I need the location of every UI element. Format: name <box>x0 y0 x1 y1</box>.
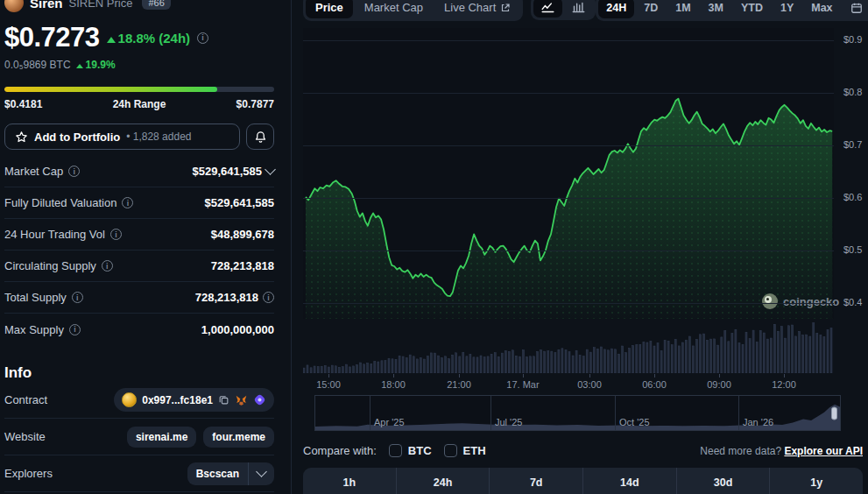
range-ytd[interactable]: YTD <box>733 0 771 18</box>
col-1y: 1y <box>770 468 863 494</box>
stat-label: Max Supply <box>4 323 64 336</box>
website-link-sirenai[interactable]: sirenai.me <box>127 427 196 448</box>
stat-label: 24 Hour Trading Vol <box>4 228 105 241</box>
info-icon[interactable]: i <box>197 32 208 44</box>
line-chart-toggle[interactable] <box>533 0 562 18</box>
stat-row-volume: 24 Hour Trading Voli $48,899,678 <box>4 219 274 251</box>
x-axis-labels: 15:0018:0021:0017. Mar03:0006:0009:0012:… <box>303 377 834 391</box>
timeline-label: Jan '26 <box>743 417 773 427</box>
calendar-button[interactable] <box>843 0 868 18</box>
explorers-row: Explorers Bscscan <box>4 455 274 492</box>
explorer-name[interactable]: Bscscan <box>187 462 248 485</box>
x-axis-tick <box>719 374 720 378</box>
info-icon[interactable]: i <box>72 292 83 303</box>
x-axis-tick <box>784 374 785 378</box>
bell-icon <box>254 131 267 144</box>
add-to-portfolio-button[interactable]: Add to Portfolio • 1,828 added <box>4 124 240 150</box>
price-chart[interactable]: coingecko $0.9$0.8$0.7$0.6$0.5$0.4 15:00… <box>303 28 863 389</box>
range-low: $0.4181 <box>4 98 42 110</box>
timeline-separator <box>490 396 491 430</box>
chart-tab-group: Price Market Cap Live Chart <box>303 0 523 21</box>
info-icon[interactable]: i <box>102 260 113 272</box>
stat-value: 728,213,818 <box>211 259 274 272</box>
wallet-badge-icon[interactable] <box>253 393 266 406</box>
website-row: Website sirenai.me four.meme <box>4 419 274 455</box>
x-axis-tick-label: 06:00 <box>642 379 667 390</box>
stat-label: Circulating Supply <box>4 259 96 272</box>
range-3m[interactable]: 3M <box>701 0 731 18</box>
stat-value: 728,213,818 <box>195 291 258 304</box>
x-axis-tick-label: 15:00 <box>316 379 341 390</box>
timeline-label: Apr '25 <box>374 417 405 427</box>
star-icon <box>15 131 28 144</box>
timeline-scrubber[interactable]: Apr '25Jul '25Oct '25Jan '26 <box>314 395 841 431</box>
price-plot-area[interactable]: coingecko <box>303 28 834 319</box>
stat-value: $529,641,585 <box>204 196 274 209</box>
stat-label: Fully Diluted Valuation <box>4 196 116 209</box>
btc-change: 19.9% <box>76 59 116 71</box>
tab-live-chart[interactable]: Live Chart <box>434 0 520 18</box>
x-axis-tick-label: 12:00 <box>772 379 796 390</box>
range-7d[interactable]: 7D <box>636 0 666 18</box>
tab-price[interactable]: Price <box>306 0 353 18</box>
range-1y[interactable]: 1Y <box>773 0 801 18</box>
copy-icon[interactable] <box>218 394 229 406</box>
chart-toolbar: Price Market Cap Live Chart 24H 7D 1M 3M <box>303 0 863 21</box>
contract-address: 0x997...fc18e1 <box>142 394 213 406</box>
y-axis-tick-label: $0.4 <box>843 297 868 307</box>
explorer-pill[interactable]: Bscscan <box>187 462 274 485</box>
coingecko-logo-icon <box>762 293 778 309</box>
gridline <box>303 303 834 304</box>
compare-btc-label[interactable]: BTC <box>408 444 432 457</box>
y-axis-tick-label: $0.7 <box>843 139 868 150</box>
range-group: 24H 7D 1M 3M YTD 1Y Max <box>596 0 868 21</box>
api-promo: Need more data? Explore our API <box>700 445 863 457</box>
candle-chart-toggle[interactable] <box>564 0 593 18</box>
range-max[interactable]: Max <box>803 0 840 18</box>
range-section: $0.4181 24h Range $0.7877 <box>4 87 274 110</box>
info-icon[interactable]: i <box>263 292 274 303</box>
stat-value: $529,641,585 <box>192 165 262 178</box>
explorer-dropdown[interactable] <box>249 462 274 485</box>
portfolio-added-count: • 1,828 added <box>126 131 191 143</box>
metamask-icon[interactable] <box>235 394 248 406</box>
stat-row-market-cap[interactable]: Market Capi $529,641,585 <box>4 156 274 187</box>
compare-eth-label[interactable]: ETH <box>463 444 486 457</box>
info-icon[interactable]: i <box>69 324 81 335</box>
stat-row-max-supply: Max Supplyi 1,000,000,000 <box>4 314 274 345</box>
up-arrow-icon <box>76 64 83 68</box>
compare-eth-checkbox[interactable] <box>444 444 457 457</box>
range-24h[interactable]: 24H <box>598 0 634 18</box>
contract-pill[interactable]: 0x997...fc18e1 <box>114 388 274 412</box>
info-icon[interactable]: i <box>122 197 133 208</box>
portfolio-row: Add to Portfolio • 1,828 added <box>4 124 274 150</box>
chevron-down-icon[interactable] <box>265 164 276 175</box>
stat-row-fdv: Fully Diluted Valuationi $529,641,585 <box>4 187 274 219</box>
price-change-24h: 18.8% (24h) <box>107 31 191 46</box>
x-axis-tick-label: 17. Mar <box>506 379 539 390</box>
info-icon[interactable]: i <box>68 166 80 177</box>
chart-type-group <box>531 0 596 20</box>
range-1m[interactable]: 1M <box>667 0 698 18</box>
coin-logo <box>4 0 24 12</box>
explore-api-link[interactable]: Explore our API <box>784 445 863 457</box>
portfolio-label: Add to Portfolio <box>34 131 120 144</box>
price-change-table-header: 1h 24h 7d 14d 30d 1y <box>303 468 863 494</box>
stat-row-total-supply: Total Supplyi 728,213,818i <box>4 282 274 314</box>
x-axis-tick-label: 09:00 <box>707 379 731 390</box>
range-bar-fill <box>4 87 217 92</box>
x-axis-tick <box>328 374 329 378</box>
tab-market-cap[interactable]: Market Cap <box>355 0 433 18</box>
website-link-fourmeme[interactable]: four.meme <box>203 427 274 448</box>
stat-value: $48,899,678 <box>211 228 274 241</box>
x-axis-tick <box>459 374 460 378</box>
alert-bell-button[interactable] <box>246 124 274 150</box>
website-label: Website <box>4 430 46 443</box>
stat-label: Market Cap <box>4 165 63 178</box>
x-axis-tick-label: 03:00 <box>577 379 602 390</box>
info-icon[interactable]: i <box>110 229 122 240</box>
col-7d: 7d <box>490 468 583 494</box>
compare-btc-checkbox[interactable] <box>389 444 402 457</box>
scrubber-handle[interactable] <box>831 406 837 420</box>
bar-chart-icon <box>572 2 585 13</box>
